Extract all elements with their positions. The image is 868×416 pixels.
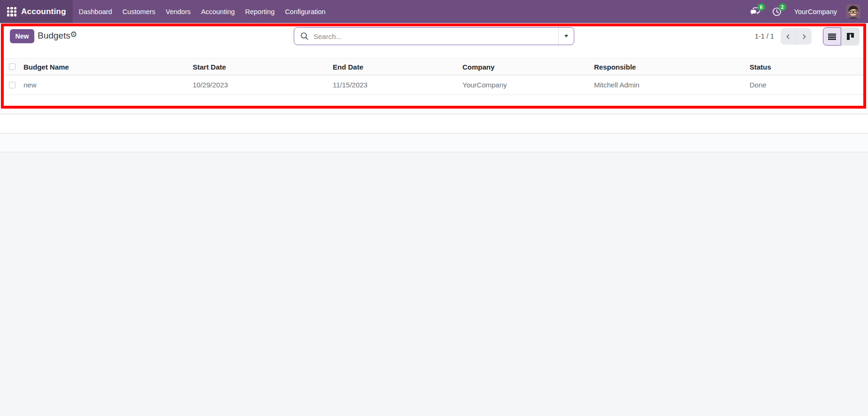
menu-item-reporting[interactable]: Reporting [240,0,280,23]
menu-item-dashboard[interactable]: Dashboard [74,0,117,23]
search-bar [294,27,574,45]
user-avatar[interactable] [846,4,860,19]
cell-start-date: 10/29/2023 [188,75,328,94]
pager-buttons [781,28,812,45]
kanban-view-button[interactable] [841,27,860,46]
cell-responsible: Mitchell Admin [589,75,745,94]
column-header-start-date[interactable]: Start Date [188,59,328,75]
background-band [0,109,868,114]
background-band [0,115,868,133]
cell-end-date: 11/15/2023 [328,75,458,94]
column-header-responsible[interactable]: Responsible [589,59,745,75]
menu-item-vendors[interactable]: Vendors [161,0,196,23]
messages-button[interactable]: 6 [750,7,760,16]
column-header-budget-name[interactable]: Budget Name [20,59,188,75]
list-view-button[interactable] [823,27,841,46]
chevron-down-icon [564,35,568,38]
row-checkbox[interactable] [9,82,16,88]
cell-status: Done [745,75,866,94]
pager-next-button[interactable] [796,28,812,45]
activities-button[interactable]: 2 [772,7,782,16]
pager-range[interactable]: 1-1 / 1 [755,32,774,40]
activities-badge: 2 [779,3,786,11]
table-row[interactable]: new 10/29/2023 11/15/2023 YourCompany Mi… [1,75,866,95]
avatar-image [846,4,860,19]
select-all-checkbox[interactable] [9,63,16,70]
table-header-row: Budget Name Start Date End Date Company … [1,58,866,75]
chevron-right-icon [801,34,807,39]
search-input[interactable] [313,32,558,40]
new-button[interactable]: New [10,29,34,43]
search-options-toggle[interactable] [558,28,574,45]
apps-menu-button[interactable]: Accounting [0,0,73,23]
menu-item-customers[interactable]: Customers [117,0,160,23]
background-band [0,134,868,152]
messages-badge: 6 [758,3,765,11]
view-switcher [823,27,860,46]
search-icon [300,32,309,40]
list-view-icon [828,33,836,40]
top-navbar: Accounting Dashboard Customers Vendors A… [0,0,868,23]
column-header-end-date[interactable]: End Date [328,59,458,75]
company-switcher[interactable]: YourCompany [794,8,837,16]
main-menu: Dashboard Customers Vendors Accounting R… [74,0,331,23]
chevron-left-icon [785,34,791,39]
pager-previous-button[interactable] [781,28,796,45]
page-title: Budgets [38,31,70,41]
app-brand-label: Accounting [21,7,66,16]
kanban-view-icon [847,33,854,40]
menu-item-configuration[interactable]: Configuration [280,0,330,23]
apps-grid-icon [7,7,16,16]
page: Accounting Dashboard Customers Vendors A… [0,0,868,416]
select-all-cell [1,59,20,75]
row-select-cell [1,75,20,94]
column-header-company[interactable]: Company [458,59,589,75]
gear-icon[interactable]: ⚙ [70,30,77,39]
cell-company: YourCompany [458,75,589,94]
menu-item-accounting[interactable]: Accounting [196,0,240,23]
systray: 6 2 YourCompany [738,4,868,19]
column-header-status[interactable]: Status [745,59,866,75]
cell-budget-name: new [20,75,188,94]
